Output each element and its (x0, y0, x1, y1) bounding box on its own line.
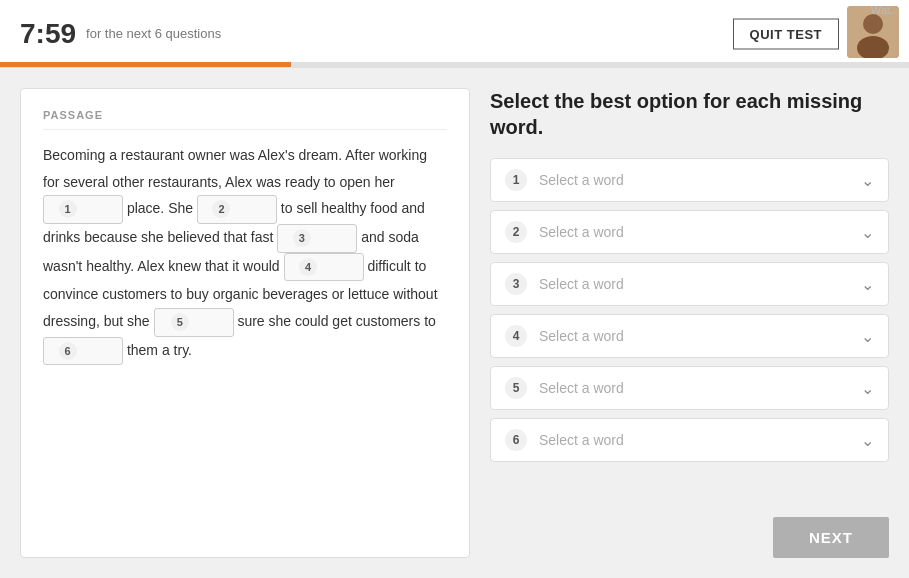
dropdown-5-placeholder: Select a word (539, 380, 861, 396)
svg-point-1 (863, 14, 883, 34)
dropdown-5[interactable]: 5 Select a word ⌄ (490, 366, 889, 410)
passage-label: PASSAGE (43, 109, 447, 130)
dropdown-3[interactable]: 3 Select a word ⌄ (490, 262, 889, 306)
dropdown-2-num: 2 (505, 221, 527, 243)
next-button[interactable]: NEXT (773, 517, 889, 558)
chevron-down-icon-5: ⌄ (861, 379, 874, 398)
timer-value: 7:59 (20, 18, 76, 50)
watermark: Wat... (871, 4, 899, 16)
chevron-down-icon-4: ⌄ (861, 327, 874, 346)
dropdown-1[interactable]: 1 Select a word ⌄ (490, 158, 889, 202)
dropdown-1-num: 1 (505, 169, 527, 191)
dropdown-3-num: 3 (505, 273, 527, 295)
blank-1: 1 (43, 195, 123, 224)
dropdown-1-placeholder: Select a word (539, 172, 861, 188)
timer-label: for the next 6 questions (86, 26, 221, 41)
next-btn-container: NEXT (490, 517, 889, 558)
header: 7:59 for the next 6 questions QUIT TEST … (0, 0, 909, 68)
dropdown-4-num: 4 (505, 325, 527, 347)
dropdown-4[interactable]: 4 Select a word ⌄ (490, 314, 889, 358)
instruction-title: Select the best option for each missing … (490, 88, 889, 140)
dropdown-6-num: 6 (505, 429, 527, 451)
dropdown-6[interactable]: 6 Select a word ⌄ (490, 418, 889, 462)
dropdown-2[interactable]: 2 Select a word ⌄ (490, 210, 889, 254)
dropdown-2-placeholder: Select a word (539, 224, 861, 240)
dropdown-4-placeholder: Select a word (539, 328, 861, 344)
blank-6: 6 (43, 337, 123, 366)
chevron-down-icon-3: ⌄ (861, 275, 874, 294)
blank-3: 3 (277, 224, 357, 253)
dropdown-list: 1 Select a word ⌄ 2 Select a word ⌄ 3 Se… (490, 158, 889, 503)
progress-bar-container (0, 62, 909, 67)
chevron-down-icon-2: ⌄ (861, 223, 874, 242)
blank-4: 4 (284, 253, 364, 282)
blank-5: 5 (154, 308, 234, 337)
chevron-down-icon-6: ⌄ (861, 431, 874, 450)
dropdown-5-num: 5 (505, 377, 527, 399)
progress-bar-fill (0, 62, 291, 67)
chevron-down-icon-1: ⌄ (861, 171, 874, 190)
blank-2: 2 (197, 195, 277, 224)
dropdown-3-placeholder: Select a word (539, 276, 861, 292)
passage-text: Becoming a restaurant owner was Alex's d… (43, 142, 447, 365)
passage-panel: PASSAGE Becoming a restaurant owner was … (20, 88, 470, 558)
quit-test-button[interactable]: QUIT TEST (733, 18, 839, 49)
right-panel: Select the best option for each missing … (490, 88, 889, 558)
main-content: PASSAGE Becoming a restaurant owner was … (0, 68, 909, 578)
dropdown-6-placeholder: Select a word (539, 432, 861, 448)
